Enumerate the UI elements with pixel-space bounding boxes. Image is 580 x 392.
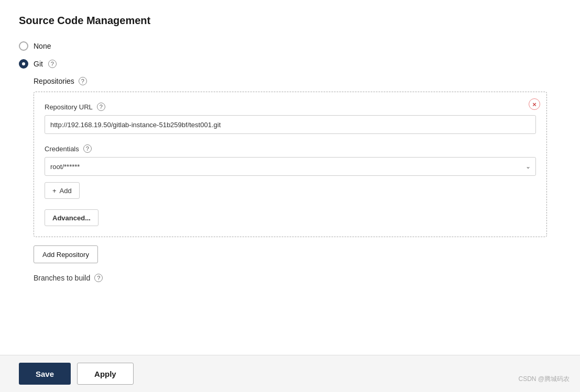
credentials-select-wrapper: root/****** ⌄: [45, 157, 536, 176]
scm-option-git[interactable]: Git ?: [19, 59, 561, 69]
credentials-label-group: Credentials ?: [45, 144, 536, 153]
repo-url-help-icon[interactable]: ?: [97, 103, 105, 111]
scm-git-label: Git: [34, 60, 43, 68]
radio-git[interactable]: [19, 59, 28, 69]
scm-none-label: None: [34, 42, 51, 50]
branches-help-icon[interactable]: ?: [94, 274, 103, 282]
repositories-text: Repositories: [34, 77, 74, 85]
git-help-icon[interactable]: ?: [48, 60, 57, 68]
credentials-help-icon[interactable]: ?: [83, 144, 92, 153]
page-container: Source Code Management None Git ? Reposi…: [0, 0, 580, 392]
scm-option-none[interactable]: None: [19, 41, 561, 51]
scm-radio-group: None Git ?: [19, 41, 561, 69]
add-repository-button[interactable]: Add Repository: [34, 245, 98, 263]
page-title: Source Code Management: [19, 15, 561, 27]
add-plus-icon: +: [52, 187, 57, 195]
credentials-add-button[interactable]: + Add: [45, 182, 80, 199]
repository-url-input[interactable]: [45, 115, 536, 134]
repositories-help-icon[interactable]: ?: [79, 77, 87, 85]
branches-to-build-row: Branches to build ?: [34, 272, 561, 282]
credentials-label: Credentials: [45, 145, 79, 153]
repositories-label: Repositories ?: [34, 77, 561, 85]
credentials-section: Credentials ? root/****** ⌄ + Add: [45, 144, 536, 199]
add-button-label: Add: [60, 187, 72, 195]
watermark: CSDN @腾城码农: [518, 375, 570, 384]
credentials-select[interactable]: root/******: [45, 157, 536, 176]
branches-to-build-label: Branches to build: [34, 274, 90, 282]
apply-button[interactable]: Apply: [77, 363, 134, 385]
advanced-button[interactable]: Advanced...: [45, 209, 99, 226]
repositories-section: Repositories ? × Repository URL ? Creden…: [34, 77, 561, 282]
bottom-bar: Save Apply: [0, 355, 580, 392]
repo-url-label-group: Repository URL ?: [45, 103, 536, 111]
repository-card: × Repository URL ? Credentials ? root/**…: [34, 92, 547, 237]
save-button[interactable]: Save: [19, 363, 71, 385]
close-repository-button[interactable]: ×: [529, 98, 540, 110]
repo-url-label: Repository URL: [45, 103, 93, 111]
radio-none[interactable]: [19, 41, 28, 51]
